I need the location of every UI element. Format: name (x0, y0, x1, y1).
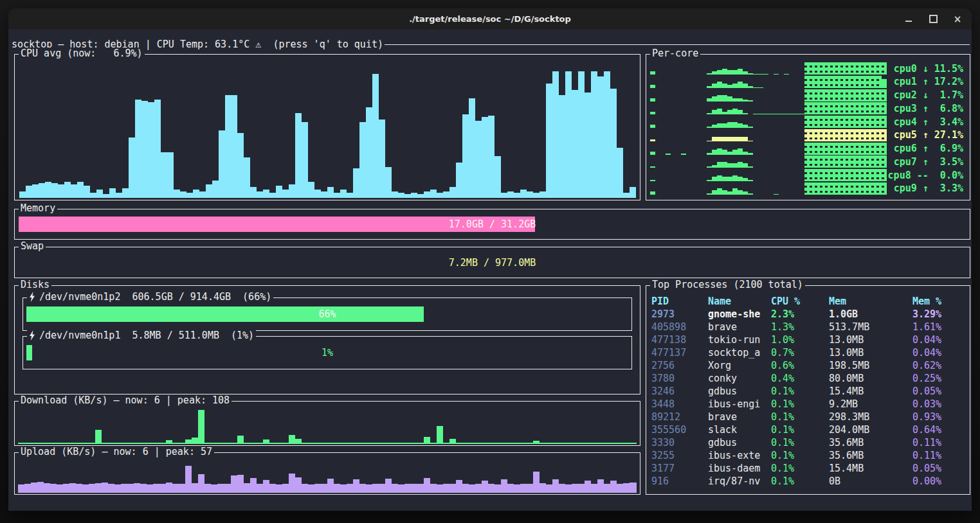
spark-col (882, 79, 887, 88)
spark-col (738, 82, 743, 88)
spark-col (650, 112, 655, 115)
bar (630, 443, 636, 444)
spark-col (866, 102, 871, 114)
bar (398, 193, 404, 198)
bar (353, 479, 359, 493)
spark-col (804, 62, 810, 75)
bar (302, 122, 308, 198)
core-label: cpu2 ↓ 1.7% (887, 89, 966, 101)
bar (45, 182, 51, 198)
process-cell: 35.6MB (829, 449, 912, 462)
bar (591, 484, 597, 493)
bar (488, 443, 495, 444)
disk-item-title: /dev/nvme0n1p1 5.8MB / 511.0MB (1%) (27, 330, 256, 341)
spark-col (738, 137, 743, 141)
core-sparkline (650, 116, 887, 128)
spark-col (774, 114, 779, 114)
memory-title: Memory (19, 202, 57, 214)
minimize-button[interactable] (903, 14, 914, 24)
bar (540, 483, 546, 493)
spark-col (840, 116, 846, 128)
process-cell: conky (708, 372, 771, 385)
bar (192, 438, 198, 444)
spark-col (804, 143, 810, 155)
bar (276, 186, 282, 198)
bar (546, 443, 552, 444)
spark-col (810, 182, 815, 195)
spark-col (876, 182, 882, 195)
spark-col (722, 177, 727, 181)
bar (404, 194, 411, 198)
disk-item-title: /dev/nvme0n1p2 606.5GB / 914.4GB (66%) (27, 291, 273, 303)
minimize-icon (905, 16, 912, 22)
bar (89, 443, 95, 444)
process-cell: 35.6MB (829, 436, 912, 449)
process-cell: 80.0MB (829, 372, 912, 385)
process-cell: slack (708, 423, 771, 436)
spark-col (743, 113, 748, 114)
bar (263, 190, 269, 198)
spark-col (830, 129, 835, 141)
spark-col (861, 169, 866, 181)
spark-col (825, 102, 830, 114)
maximize-button[interactable] (928, 14, 938, 24)
bar (623, 483, 630, 493)
spark-col (866, 129, 871, 141)
spark-col (871, 143, 876, 155)
bar (404, 443, 411, 444)
column-header: PID (651, 295, 708, 308)
bar (166, 440, 172, 444)
spark-col (743, 163, 748, 168)
spark-col (717, 162, 722, 168)
spark-col (846, 129, 851, 141)
bar (102, 483, 108, 493)
bar (237, 133, 244, 198)
bar (385, 479, 392, 493)
spark-col (732, 84, 738, 88)
spark-col (727, 152, 732, 155)
bar (217, 484, 224, 493)
spark-col (804, 155, 810, 168)
spark-col (748, 86, 753, 87)
process-cell: 3780 (651, 372, 708, 385)
spark-col (846, 169, 851, 181)
spark-col (825, 143, 830, 155)
bar (340, 443, 347, 444)
bar (314, 190, 321, 198)
spark-col (866, 76, 871, 88)
spark-col (650, 180, 655, 181)
spark-col (717, 188, 722, 195)
process-cell: 204.0MB (829, 423, 912, 436)
bar (269, 193, 276, 198)
spark-col (712, 96, 717, 101)
spark-col (861, 62, 866, 75)
spark-col (815, 76, 820, 88)
bar (295, 477, 302, 493)
process-row: 916irq/87-nv0.1%0B0.00% (651, 475, 967, 488)
bar (597, 479, 604, 493)
spark-col (856, 116, 861, 128)
spark-col (789, 114, 794, 114)
bar (269, 484, 276, 493)
bar (630, 483, 636, 493)
spark-col (810, 143, 815, 155)
spark-col (794, 114, 799, 114)
bar (167, 152, 174, 198)
spark-col (882, 182, 887, 195)
bar (63, 443, 69, 444)
core-sparkline (650, 143, 887, 155)
spark-col (820, 89, 825, 102)
spark-col (707, 98, 712, 102)
spark-col (779, 114, 784, 114)
spark-col (871, 169, 876, 181)
spark-col (866, 155, 871, 168)
bar (103, 194, 109, 198)
bar (166, 483, 172, 493)
spark-col (743, 100, 748, 101)
bar (456, 480, 462, 493)
close-button[interactable]: × (952, 14, 963, 24)
bar (140, 443, 147, 444)
process-cell: 9.2MB (829, 398, 912, 411)
bar (44, 483, 50, 493)
process-cell: 3448 (651, 398, 708, 411)
